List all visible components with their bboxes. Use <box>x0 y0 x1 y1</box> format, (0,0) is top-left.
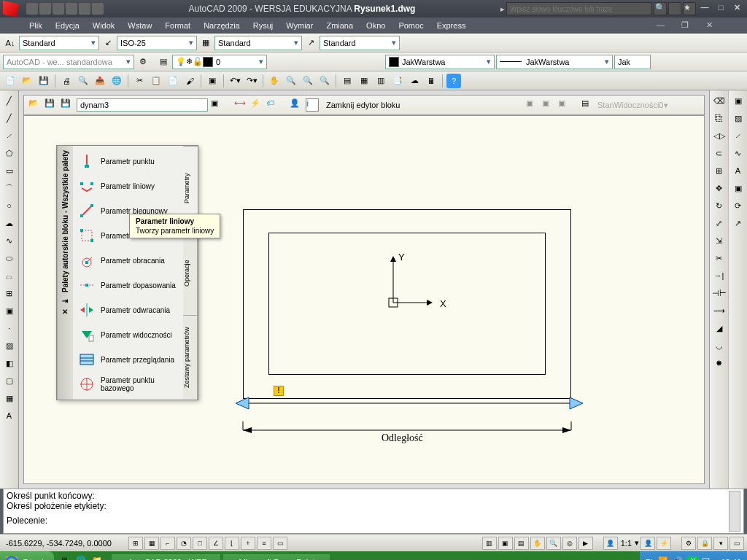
revcloud-icon[interactable]: ☁ <box>2 216 17 230</box>
drawordervp-icon[interactable]: ▣ <box>731 93 746 108</box>
ql-explorer-icon[interactable]: 📁 <box>92 556 105 560</box>
color-select[interactable]: JakWarstwa ▾ <box>385 55 495 69</box>
zoom-rt-icon[interactable]: 🔍 <box>284 74 298 88</box>
grip-left[interactable] <box>234 396 252 411</box>
palette-item-alignment[interactable]: Parametr dopasowania <box>76 273 180 298</box>
taskbar-item-powerpoint[interactable]: ▣ Microsoft PowerPoint ... <box>222 553 330 560</box>
sheetset-icon[interactable]: 📑 <box>390 74 405 88</box>
preview-icon[interactable]: 🔍 <box>76 74 90 88</box>
plot-icon[interactable]: 🖨 <box>59 74 74 88</box>
save-icon[interactable] <box>53 3 64 15</box>
favorites-icon[interactable]: ★ <box>683 2 696 15</box>
palette-autohide-icon[interactable]: ⇥ <box>63 297 69 305</box>
layer-select[interactable]: 💡 ❄ 🔓 0 ▾ <box>172 55 267 69</box>
coordinates-display[interactable]: -615.6229, -534.7249, 0.0000 <box>3 539 127 548</box>
zoom2-button[interactable]: 🔍 <box>546 537 561 550</box>
mirror-icon[interactable]: ◁▷ <box>712 128 727 143</box>
zoom-win-icon[interactable]: 🔍 <box>301 74 315 88</box>
text-style-icon[interactable]: A↓ <box>3 36 18 50</box>
menu-wstaw[interactable]: Wstaw <box>128 21 152 30</box>
menu-format[interactable]: Format <box>165 21 190 30</box>
doc-restore-button[interactable]: ❐ <box>681 20 693 31</box>
markup-icon[interactable]: ☁ <box>407 74 422 88</box>
annotation-scale[interactable]: 1:1 <box>621 539 632 548</box>
redo-icon[interactable] <box>92 3 104 15</box>
stretch-icon[interactable]: ⇲ <box>712 233 727 248</box>
tray-shield-icon[interactable]: 🛡 <box>702 556 713 560</box>
text-style-select[interactable]: Standard▾ <box>19 36 99 50</box>
palette-item-linear[interactable]: Parametr liniowy <box>76 174 180 198</box>
matchprop-icon[interactable]: 🖌 <box>182 74 197 88</box>
cleanscreen-button[interactable]: ▭ <box>729 537 744 550</box>
polar-button[interactable]: ◔ <box>177 537 191 550</box>
lineweight-select[interactable]: Jak <box>614 55 651 69</box>
arc-icon[interactable]: ⌒ <box>2 181 17 195</box>
palette-tab-zestawy[interactable]: Zestawy parametrów <box>183 315 198 400</box>
extend-icon[interactable]: →| <box>712 268 727 283</box>
visibility-state-select[interactable]: StanWidoczności0▾ <box>597 101 700 110</box>
chamfer-icon[interactable]: ◢ <box>712 321 727 335</box>
palette-item-point[interactable]: Parametr punktu <box>76 149 180 174</box>
layer-match-icon[interactable] <box>365 55 379 69</box>
new-icon[interactable] <box>26 3 38 15</box>
save2-icon[interactable]: 💾 <box>36 74 51 88</box>
command-line[interactable]: Określ punkt końcowy: Określ położenie e… <box>3 489 744 534</box>
table-style-icon[interactable]: ▦ <box>198 36 213 50</box>
block-icon[interactable]: ▣ <box>2 303 17 318</box>
menu-wymiar[interactable]: Wymiar <box>286 21 313 30</box>
copy2-icon[interactable]: ⿻ <box>712 111 727 125</box>
toolpalette-icon[interactable]: ▥ <box>374 74 388 88</box>
circle-icon[interactable]: ○ <box>2 198 17 213</box>
bedit-autoconst-icon[interactable]: ⟷ <box>234 98 247 112</box>
mtext-icon[interactable]: A <box>2 408 17 423</box>
otrack-button[interactable]: ∠ <box>209 537 223 550</box>
bedit-param-icon[interactable]: ▣ <box>211 98 224 112</box>
annoauto-button[interactable]: ⚡ <box>657 537 671 550</box>
layer-freeze2-icon[interactable] <box>317 55 331 69</box>
snap-button[interactable]: ⊞ <box>128 537 143 550</box>
close-button[interactable]: ✕ <box>729 3 744 15</box>
menu-zmiana[interactable]: Zmiana <box>326 21 353 30</box>
menu-okno[interactable]: Okno <box>366 21 385 30</box>
workspace-settings-icon[interactable]: ⚙ <box>136 55 150 69</box>
osnap-button[interactable]: □ <box>193 537 207 550</box>
taskbar-item-autocad[interactable]: ▲ AutoCAD 2009 - WER... <box>111 553 221 560</box>
qp-button[interactable]: ▭ <box>273 537 287 550</box>
copy-icon[interactable]: 📋 <box>149 74 163 88</box>
annoscale-dropdown[interactable]: ▾ <box>635 538 639 548</box>
start-button[interactable]: Start <box>0 551 54 560</box>
bedit-save-icon[interactable]: 💾 <box>44 98 58 112</box>
gradient-icon[interactable]: ◧ <box>2 356 17 370</box>
showmotion-button[interactable]: ▶ <box>578 537 593 550</box>
menu-widok[interactable]: Widok <box>93 21 115 30</box>
polygon-icon[interactable]: ⬠ <box>2 146 17 160</box>
annoscale-icon[interactable]: 👤 <box>603 537 618 550</box>
syncattr-icon[interactable]: ⟳ <box>731 198 746 213</box>
rotate-icon[interactable]: ↻ <box>712 198 727 213</box>
spline-icon[interactable]: ∿ <box>2 233 17 248</box>
menu-edycja[interactable]: Edycja <box>55 21 80 30</box>
ql-ie-icon[interactable]: 🌐 <box>76 556 89 560</box>
bedit-auth-icon[interactable]: 👤 <box>290 98 303 112</box>
qview-layouts-button[interactable]: ▣ <box>498 537 513 550</box>
layer-prev-icon[interactable] <box>268 55 283 69</box>
layer-lock2-icon[interactable] <box>333 55 347 69</box>
pan2-button[interactable]: ✋ <box>530 537 545 550</box>
toolbar-lock-button[interactable]: 🔒 <box>697 537 712 550</box>
app-logo-icon[interactable] <box>3 1 19 17</box>
workspace-select[interactable]: AutoCAD - we... standardowa▾ <box>3 55 134 69</box>
comm-center-icon[interactable] <box>668 2 681 15</box>
bedit-vismgr-icon[interactable]: ▤ <box>581 98 595 112</box>
bedit-vis2-icon[interactable]: ▣ <box>542 98 555 112</box>
qnew-icon[interactable]: 📄 <box>3 74 18 88</box>
pline-icon[interactable]: ⟋ <box>2 128 17 143</box>
extractattr-icon[interactable]: ↗ <box>731 216 746 230</box>
insert-icon[interactable]: ⊞ <box>2 286 17 300</box>
close-block-editor-button[interactable]: Zamknij edytor bloku <box>326 101 400 109</box>
move-icon[interactable]: ✥ <box>712 181 727 195</box>
array-icon[interactable]: ⊞ <box>712 163 727 178</box>
fillet-icon[interactable]: ◡ <box>712 338 727 353</box>
block-name-input[interactable] <box>77 98 208 112</box>
bedit-info-icon[interactable]: i <box>306 98 319 112</box>
help-search-input[interactable] <box>506 2 652 15</box>
